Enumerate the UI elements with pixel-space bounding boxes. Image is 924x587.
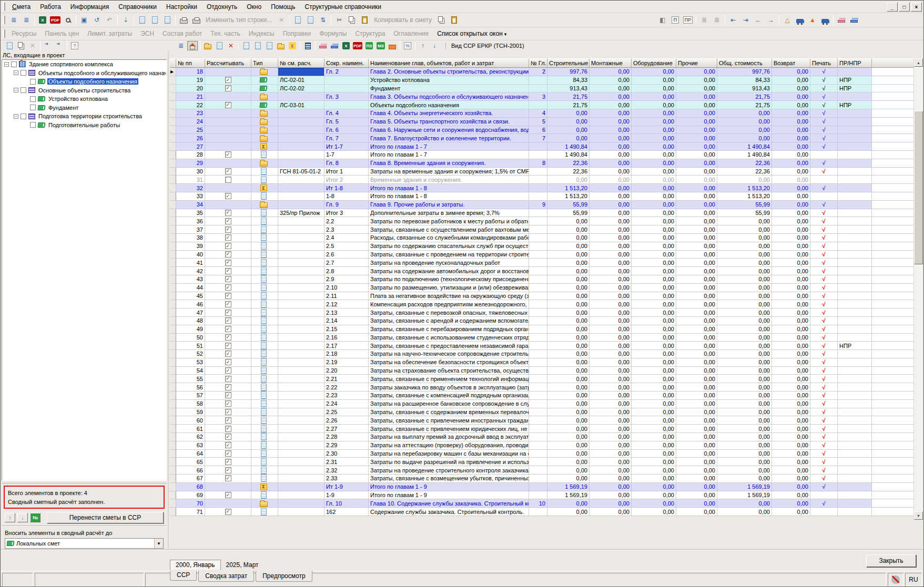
cell-construction-cost[interactable]: 1 569,19 <box>547 491 590 500</box>
cell-construction-cost[interactable]: 0,00 <box>547 267 590 275</box>
cell-short-name[interactable]: 2.22 <box>324 383 369 392</box>
row-marker[interactable] <box>170 300 176 308</box>
cell-type-icon[interactable] <box>251 92 278 101</box>
cell-row-number[interactable]: 45 <box>176 292 205 301</box>
calculate-checkbox[interactable]: ✓ <box>225 317 231 324</box>
cell-total-cost[interactable]: 0,00 <box>717 126 772 135</box>
cell-pr-npr[interactable]: НПР <box>838 76 872 85</box>
cell-installation-cost[interactable]: 0,00 <box>590 350 632 358</box>
cell-calculate-checkbox[interactable] <box>205 201 251 209</box>
cell-short-name[interactable]: Гл. 2 <box>324 68 369 76</box>
cell-estimate-number[interactable] <box>278 192 324 201</box>
cell-other-cost[interactable]: 0,00 <box>676 317 717 325</box>
cell-short-name[interactable]: Гл. 7 <box>324 134 369 142</box>
cell-filler[interactable] <box>872 425 914 433</box>
cell-chapter-number[interactable] <box>529 334 547 342</box>
cell-equipment-cost[interactable]: 0,00 <box>632 275 676 284</box>
cell-short-name[interactable]: 2.28 <box>324 433 369 441</box>
cell-return-cost[interactable]: 0,00 <box>772 475 810 483</box>
cell-calculate-checkbox[interactable]: ✓ <box>205 358 251 367</box>
cell-chapter-number[interactable]: 6 <box>529 126 547 135</box>
cell-construction-cost[interactable]: 0,00 <box>547 433 590 441</box>
cell-type-icon[interactable] <box>251 267 278 275</box>
cell-row-number[interactable]: 29 <box>176 159 205 168</box>
cell-row-number[interactable]: 65 <box>176 458 205 466</box>
cell-pr-npr[interactable] <box>838 383 872 392</box>
cell-print-mark[interactable]: √ <box>810 142 838 151</box>
cell-name[interactable]: Затраты заказчика по вводу объектов в эк… <box>369 383 529 392</box>
calculate-checkbox[interactable]: ✓ <box>225 218 231 224</box>
cell-estimate-number[interactable] <box>278 317 324 325</box>
calculate-checkbox[interactable]: ✓ <box>225 376 231 382</box>
column-header-c6[interactable]: Возврат <box>772 58 810 68</box>
cell-short-name[interactable]: 2.9 <box>324 275 369 284</box>
cell-construction-cost[interactable]: 0,00 <box>547 342 590 350</box>
position-edit-icon[interactable] <box>304 15 316 26</box>
delete-x-icon[interactable]: ✕ <box>226 41 236 50</box>
cell-filler[interactable] <box>872 217 914 225</box>
cell-type-icon[interactable] <box>251 458 278 466</box>
cell-row-number[interactable]: 53 <box>176 358 205 367</box>
calculate-checkbox[interactable]: ✓ <box>225 276 231 282</box>
xml-pz-icon[interactable]: ПЗ <box>364 41 374 50</box>
cell-short-name[interactable]: 2.33 <box>324 475 369 483</box>
cell-estimate-number[interactable] <box>278 109 324 118</box>
cell-total-cost[interactable]: 0,00 <box>717 118 772 126</box>
cell-pr-npr[interactable] <box>838 475 872 483</box>
cell-calculate-checkbox[interactable]: ✓ <box>205 392 251 400</box>
cell-name[interactable]: Содержание службы заказчика. Строительны… <box>369 508 529 516</box>
cell-total-cost[interactable]: 0,00 <box>717 416 772 425</box>
row-marker[interactable] <box>170 192 176 201</box>
view-tab-2[interactable]: Сводка затрат <box>198 571 254 582</box>
tree-expander-icon[interactable]: − <box>14 114 18 119</box>
cell-row-number[interactable]: 62 <box>176 433 205 441</box>
cell-filler[interactable] <box>872 499 914 508</box>
cell-short-name[interactable]: 2.21 <box>324 375 369 383</box>
cell-pr-npr[interactable] <box>838 350 872 358</box>
cell-total-cost[interactable]: 55,99 <box>717 209 772 218</box>
cell-total-cost[interactable]: 1 513,20 <box>717 184 772 192</box>
cell-short-name[interactable]: Итог 2 <box>324 176 369 184</box>
cell-estimate-number[interactable] <box>278 491 324 500</box>
cell-equipment-cost[interactable]: 0,00 <box>632 259 676 267</box>
cell-short-name[interactable]: Гл. 9 <box>324 201 369 209</box>
row-marker[interactable] <box>170 242 176 251</box>
cell-name[interactable]: Итого по главам 1 - 9 <box>369 491 529 500</box>
cell-chapter-number[interactable] <box>529 85 547 93</box>
search-icon[interactable] <box>62 15 74 26</box>
cell-name[interactable]: Глава 4. Объекты энергетического хозяйст… <box>369 109 529 118</box>
cell-short-name[interactable]: 162 <box>324 508 369 516</box>
cell-print-mark[interactable]: √ <box>810 466 838 475</box>
cell-construction-cost[interactable]: 1 513,20 <box>547 192 590 201</box>
cell-other-cost[interactable]: 0,00 <box>676 109 717 118</box>
cell-total-cost[interactable]: 1 569,19 <box>717 491 772 500</box>
cell-pr-npr[interactable] <box>838 159 872 168</box>
cell-calculate-checkbox[interactable]: ✓ <box>205 491 251 500</box>
row-grid-icon[interactable] <box>241 41 251 50</box>
cell-print-mark[interactable]: √ <box>810 483 838 491</box>
cell-print-mark[interactable]: √ <box>810 350 838 358</box>
cell-type-icon[interactable] <box>251 85 278 93</box>
cell-print-mark[interactable]: √ <box>810 134 838 142</box>
structure-list-icon[interactable]: ≣ <box>8 15 19 26</box>
cell-other-cost[interactable]: 0,00 <box>676 267 717 275</box>
cell-type-icon[interactable] <box>251 134 278 142</box>
cell-short-name[interactable]: 2.23 <box>324 392 369 400</box>
cell-calculate-checkbox[interactable]: ✓ <box>205 308 251 317</box>
calculate-checkbox[interactable]: ✓ <box>225 359 231 365</box>
cell-other-cost[interactable]: 0,00 <box>676 342 717 350</box>
cell-type-icon[interactable] <box>251 400 278 408</box>
row-marker[interactable] <box>170 101 176 109</box>
excel-export-icon[interactable]: X <box>341 41 351 50</box>
cell-installation-cost[interactable]: 0,00 <box>590 109 632 118</box>
menu-item-9[interactable]: Структурные справочники <box>300 2 386 12</box>
cell-other-cost[interactable]: 0,00 <box>676 408 717 417</box>
cell-installation-cost[interactable]: 0,00 <box>590 433 632 441</box>
row-marker[interactable] <box>170 201 176 209</box>
cell-print-mark[interactable]: √ <box>810 259 838 267</box>
cell-type-icon[interactable] <box>251 308 278 317</box>
cell-pr-npr[interactable] <box>838 234 872 242</box>
cell-short-name[interactable]: 2.3 <box>324 225 369 234</box>
cell-total-cost[interactable]: 0,00 <box>717 317 772 325</box>
cell-equipment-cost[interactable]: 0,00 <box>632 168 676 176</box>
